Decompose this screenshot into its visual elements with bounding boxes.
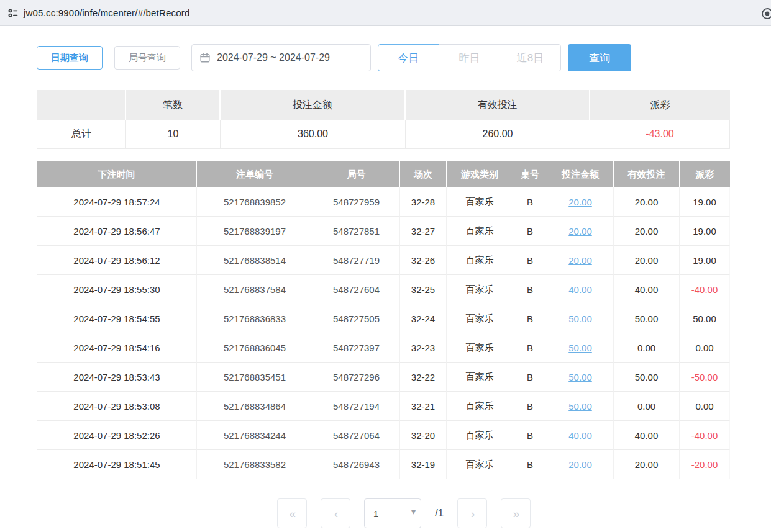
header-payout: 派彩: [680, 161, 730, 187]
cell-game-type: 百家乐: [447, 187, 513, 217]
cell-bet-time: 2024-07-29 18:55:30: [37, 275, 197, 304]
table-row: 2024-07-29 18:54:16 521768836045 5487273…: [37, 333, 730, 363]
summary-total-valid-bet: 260.00: [406, 120, 590, 149]
quick-range-group: 今日 昨日 近8日: [378, 44, 561, 71]
bet-amount-link[interactable]: 20.00: [568, 459, 592, 470]
bet-table-header-row: 下注时间 注单编号 局号 场次 游戏类别 桌号 投注金额 有效投注 派彩: [37, 161, 730, 187]
cell-bet-time: 2024-07-29 18:56:47: [37, 217, 197, 246]
bet-amount-link[interactable]: 50.00: [568, 372, 592, 382]
cell-payout: 19.00: [680, 217, 730, 246]
cell-bet-time: 2024-07-29 18:53:08: [37, 392, 197, 421]
yesterday-button[interactable]: 昨日: [439, 44, 500, 71]
cell-game-type: 百家乐: [447, 421, 513, 450]
cell-game-type: 百家乐: [447, 363, 513, 392]
cell-game-type: 百家乐: [447, 246, 513, 275]
first-page-button[interactable]: «: [277, 498, 307, 528]
bet-amount-link[interactable]: 40.00: [568, 430, 592, 441]
bet-record-table: 下注时间 注单编号 局号 场次 游戏类别 桌号 投注金额 有效投注 派彩 202…: [37, 161, 730, 479]
cell-bet-id: 521768834864: [197, 392, 313, 421]
view-icon[interactable]: [760, 6, 771, 21]
cell-round-id: 548727296: [313, 363, 400, 392]
header-valid-bet: 有效投注: [614, 161, 680, 187]
cell-session: 32-23: [400, 333, 447, 363]
cell-payout: 50.00: [680, 304, 730, 333]
cell-bet-amount: 40.00: [547, 421, 614, 450]
summary-header-valid-bet: 有效投注: [406, 90, 590, 120]
search-button[interactable]: 查询: [568, 44, 631, 71]
cell-bet-id: 521768837584: [197, 275, 313, 304]
cell-round-id: 548727505: [313, 304, 400, 333]
cell-payout: 0.00: [680, 392, 730, 421]
bet-record-page: 日期查询 局号查询 2024-07-29 ~ 2024-07-29 今日 昨日 …: [0, 44, 771, 528]
address-bar[interactable]: jw05.cc:9900/infe/mcenter/#/betRecord: [0, 0, 771, 26]
cell-valid-bet: 0.00: [614, 333, 680, 363]
cell-game-type: 百家乐: [447, 217, 513, 246]
cell-round-id: 548727959: [313, 187, 400, 217]
table-row: 2024-07-29 18:56:47 521768839197 5487278…: [37, 217, 730, 246]
bet-amount-link[interactable]: 50.00: [568, 313, 592, 324]
bet-table-body: 2024-07-29 18:57:24 521768839852 5487279…: [37, 187, 730, 479]
header-table-no: 桌号: [513, 161, 547, 187]
profile-list-icon: [6, 6, 20, 20]
cell-valid-bet: 40.00: [614, 275, 680, 304]
pagination: « ‹ 1 ▾ /1 › »: [37, 498, 771, 528]
cell-round-id: 548727719: [313, 246, 400, 275]
cell-bet-id: 521768833582: [197, 450, 313, 479]
cell-bet-id: 521768838514: [197, 246, 313, 275]
round-query-tab[interactable]: 局号查询: [114, 46, 180, 70]
total-pages-label: /1: [435, 507, 444, 520]
page-select[interactable]: 1 ▾: [364, 498, 421, 528]
page-select-input[interactable]: 1: [364, 498, 421, 528]
cell-session: 32-24: [400, 304, 447, 333]
table-row: 2024-07-29 18:53:08 521768834864 5487271…: [37, 392, 730, 421]
bet-amount-link[interactable]: 40.00: [568, 284, 592, 295]
cell-session: 32-20: [400, 421, 447, 450]
table-row: 2024-07-29 18:56:12 521768838514 5487277…: [37, 246, 730, 275]
summary-header-empty: [37, 90, 126, 120]
last-8-days-button[interactable]: 近8日: [500, 44, 561, 71]
cell-session: 32-27: [400, 217, 447, 246]
cell-round-id: 548727604: [313, 275, 400, 304]
summary-header-row: 笔数 投注金额 有效投注 派彩: [37, 90, 730, 120]
next-page-button[interactable]: ›: [457, 498, 487, 528]
cell-table-no: B: [513, 187, 547, 217]
cell-bet-amount: 20.00: [547, 187, 614, 217]
date-query-tab[interactable]: 日期查询: [37, 46, 103, 70]
summary-total-count: 10: [126, 120, 221, 149]
bet-amount-link[interactable]: 20.00: [568, 226, 592, 237]
cell-table-no: B: [513, 363, 547, 392]
date-range-picker[interactable]: 2024-07-29 ~ 2024-07-29: [191, 44, 371, 71]
cell-table-no: B: [513, 333, 547, 363]
cell-bet-amount: 40.00: [547, 275, 614, 304]
bet-amount-link[interactable]: 50.00: [568, 401, 592, 412]
cell-bet-time: 2024-07-29 18:52:26: [37, 421, 197, 450]
summary-table: 笔数 投注金额 有效投注 派彩 总计 10 360.00 260.00 -43.…: [37, 90, 730, 149]
bet-amount-link[interactable]: 20.00: [568, 197, 592, 207]
cell-bet-amount: 20.00: [547, 450, 614, 479]
cell-bet-amount: 50.00: [547, 304, 614, 333]
cell-table-no: B: [513, 275, 547, 304]
filter-toolbar: 日期查询 局号查询 2024-07-29 ~ 2024-07-29 今日 昨日 …: [37, 44, 771, 71]
last-page-button[interactable]: »: [501, 498, 531, 528]
today-button[interactable]: 今日: [378, 44, 439, 71]
prev-page-button[interactable]: ‹: [321, 498, 350, 528]
summary-total-row: 总计 10 360.00 260.00 -43.00: [37, 120, 730, 149]
bet-amount-link[interactable]: 50.00: [568, 343, 592, 353]
header-bet-time: 下注时间: [37, 161, 197, 187]
cell-valid-bet: 20.00: [614, 450, 680, 479]
cell-round-id: 548726943: [313, 450, 400, 479]
cell-payout: 0.00: [680, 333, 730, 363]
table-row: 2024-07-29 18:54:55 521768836833 5487275…: [37, 304, 730, 333]
cell-table-no: B: [513, 450, 547, 479]
cell-table-no: B: [513, 246, 547, 275]
bet-amount-link[interactable]: 20.00: [568, 255, 592, 266]
header-session: 场次: [400, 161, 447, 187]
cell-valid-bet: 20.00: [614, 217, 680, 246]
cell-bet-time: 2024-07-29 18:54:55: [37, 304, 197, 333]
summary-total-bet-amount: 360.00: [221, 120, 406, 149]
cell-bet-amount: 50.00: [547, 392, 614, 421]
cell-bet-id: 521768836045: [197, 333, 313, 363]
summary-total-label: 总计: [37, 120, 126, 149]
cell-session: 32-22: [400, 363, 447, 392]
cell-valid-bet: 20.00: [614, 187, 680, 217]
